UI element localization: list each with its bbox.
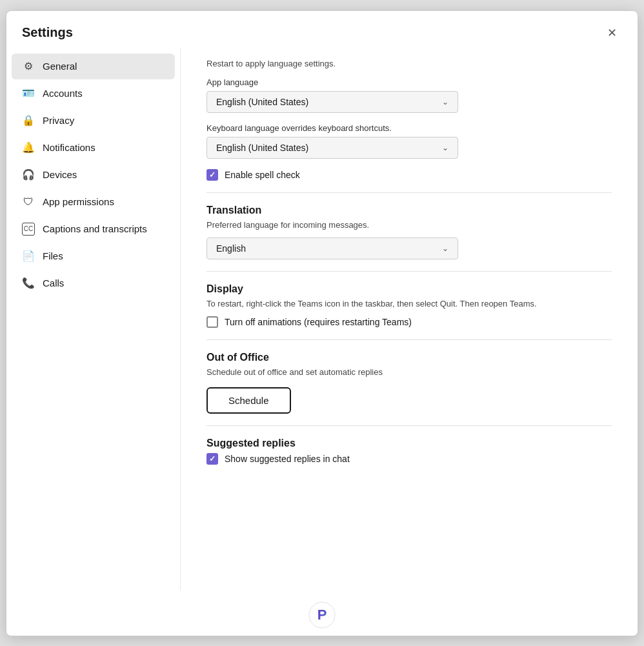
suggested-replies-title: Suggested replies: [206, 438, 612, 449]
keyboard-language-label: Keyboard language overrides keyboard sho…: [206, 123, 612, 133]
suggested-replies-row[interactable]: ✓ Show suggested replies in chat: [206, 453, 612, 465]
app-language-label: App language: [206, 77, 612, 87]
content-area: ⚙General🪪Accounts🔒Privacy🔔Notifications🎧…: [6, 48, 638, 590]
out-of-office-title: Out of Office: [206, 352, 612, 363]
chevron-down-icon-3: ⌄: [442, 244, 448, 253]
spell-check-label: Enable spell check: [225, 170, 300, 180]
translation-desc: Preferred language for incoming messages…: [206, 220, 612, 230]
sidebar-item-general[interactable]: ⚙General: [12, 54, 175, 79]
divider-suggested: [206, 425, 612, 426]
sidebar-item-label-app-permissions: App permissions: [43, 196, 114, 207]
sidebar-item-accounts[interactable]: 🪪Accounts: [12, 81, 175, 106]
translation-title: Translation: [206, 205, 612, 216]
calls-icon: 📞: [22, 277, 35, 290]
sidebar-item-label-privacy: Privacy: [43, 115, 74, 126]
keyboard-language-value: English (United States): [216, 143, 308, 153]
sidebar-item-label-general: General: [43, 61, 77, 72]
check-icon: ✓: [209, 170, 216, 179]
spell-check-row[interactable]: ✓ Enable spell check: [206, 169, 612, 181]
divider-translation: [206, 192, 612, 193]
notifications-icon: 🔔: [22, 141, 35, 154]
captions-icon: CC: [22, 223, 35, 236]
window-title: Settings: [22, 25, 73, 40]
sidebar-item-label-devices: Devices: [43, 169, 77, 180]
out-of-office-desc: Schedule out of office and set automatic…: [206, 367, 612, 377]
svg-text:P: P: [317, 607, 327, 623]
sidebar-item-label-captions: Captions and transcripts: [43, 223, 147, 234]
chevron-down-icon: ⌄: [442, 97, 448, 106]
translation-language-dropdown[interactable]: English ⌄: [206, 237, 458, 259]
devices-icon: 🎧: [22, 168, 35, 181]
sidebar-item-label-calls: Calls: [43, 278, 64, 288]
divider-display: [206, 271, 612, 272]
app-language-dropdown[interactable]: English (United States) ⌄: [206, 91, 458, 113]
sidebar-item-devices[interactable]: 🎧Devices: [12, 162, 175, 188]
keyboard-language-dropdown[interactable]: English (United States) ⌄: [206, 137, 458, 159]
close-button[interactable]: ✕: [601, 23, 622, 43]
sidebar-item-files[interactable]: 📄Files: [12, 243, 175, 269]
sidebar: ⚙General🪪Accounts🔒Privacy🔔Notifications🎧…: [6, 48, 181, 590]
title-bar: Settings ✕: [6, 11, 638, 48]
divider-out-of-office: [206, 339, 612, 340]
main-content: Restart to apply language settings. App …: [181, 48, 638, 590]
app-permissions-icon: 🛡: [22, 196, 35, 208]
app-language-value: English (United States): [216, 97, 308, 107]
sidebar-item-label-notifications: Notifications: [43, 142, 96, 153]
translation-language-value: English: [216, 243, 246, 254]
app-language-field: App language English (United States) ⌄: [206, 77, 612, 113]
schedule-button[interactable]: Schedule: [206, 387, 291, 414]
accounts-icon: 🪪: [22, 87, 35, 100]
chevron-down-icon-2: ⌄: [442, 143, 448, 152]
sidebar-item-captions[interactable]: CCCaptions and transcripts: [12, 216, 175, 242]
animations-checkbox[interactable]: [206, 316, 218, 328]
settings-window: Settings ✕ ⚙General🪪Accounts🔒Privacy🔔Not…: [6, 10, 638, 636]
sidebar-item-calls[interactable]: 📞Calls: [12, 270, 175, 296]
animations-label: Turn off animations (requires restarting…: [225, 317, 412, 327]
privacy-icon: 🔒: [22, 114, 35, 127]
sidebar-item-label-accounts: Accounts: [43, 88, 83, 99]
suggested-replies-checkbox[interactable]: ✓: [206, 453, 218, 465]
files-icon: 📄: [22, 250, 35, 263]
restart-note: Restart to apply language settings.: [206, 48, 612, 68]
sidebar-item-privacy[interactable]: 🔒Privacy: [12, 108, 175, 134]
display-desc: To restart, right-click the Teams icon i…: [206, 299, 612, 308]
animations-row[interactable]: Turn off animations (requires restarting…: [206, 316, 612, 328]
keyboard-language-field: Keyboard language overrides keyboard sho…: [206, 123, 612, 159]
sidebar-item-app-permissions[interactable]: 🛡App permissions: [12, 189, 175, 215]
general-icon: ⚙: [22, 60, 35, 73]
sidebar-item-notifications[interactable]: 🔔Notifications: [12, 135, 175, 161]
show-suggested-label: Show suggested replies in chat: [225, 454, 350, 464]
app-logo: P: [308, 601, 336, 629]
sidebar-item-label-files: Files: [43, 250, 63, 261]
spell-check-checkbox[interactable]: ✓: [206, 169, 218, 181]
bottom-logo-area: P: [6, 590, 638, 636]
display-title: Display: [206, 283, 612, 295]
check-icon-suggested: ✓: [209, 454, 216, 463]
